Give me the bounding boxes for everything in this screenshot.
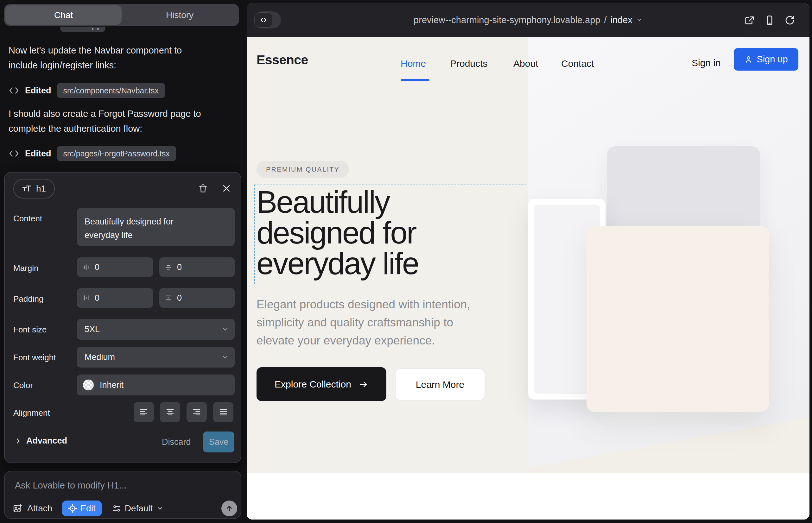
align-right-button[interactable] <box>187 402 207 422</box>
margin-x-input[interactable]: 0 <box>77 257 153 277</box>
prompt-input[interactable]: Ask Lovable to modify H1... <box>15 480 127 491</box>
element-editor-panel: h1 Content Beautifully designed for ever… <box>4 172 241 463</box>
preview-url: preview--charming-site-symphony.lovable.… <box>413 15 600 25</box>
chevron-down-icon <box>636 17 642 23</box>
arrow-right-icon <box>359 380 368 389</box>
user-icon <box>744 55 753 64</box>
truncated-chip <box>60 26 105 32</box>
code-preview-toggle[interactable] <box>254 12 281 29</box>
delete-element-button[interactable] <box>196 181 210 195</box>
mobile-view-icon[interactable] <box>764 15 775 26</box>
preview-topbar: preview--charming-site-symphony.lovable.… <box>247 3 810 37</box>
content-input[interactable]: Beautifully designed for everyday life <box>77 208 235 246</box>
align-center-button[interactable] <box>160 402 180 422</box>
font-size-select[interactable]: 5XL <box>77 319 235 340</box>
padding-vertical-icon <box>165 294 172 301</box>
advanced-toggle[interactable]: Advanced <box>14 436 67 446</box>
send-button[interactable] <box>222 501 237 516</box>
edited-file-row: Edited src/components/Navbar.tsx <box>8 83 165 98</box>
refresh-icon[interactable] <box>784 15 796 26</box>
arrow-up-icon <box>225 504 233 512</box>
chat-message: Now let's update the Navbar component to… <box>8 43 207 73</box>
color-select[interactable]: Inherit <box>77 375 235 395</box>
code-icon <box>8 148 19 159</box>
prompt-composer[interactable]: Ask Lovable to modify H1... Attach Edit … <box>4 471 241 519</box>
open-external-icon[interactable] <box>744 15 755 26</box>
chat-message: I should also create a Forgot Password p… <box>8 106 207 136</box>
nav-products[interactable]: Products <box>450 58 488 69</box>
learn-more-button[interactable]: Learn More <box>395 368 485 400</box>
margin-vertical-icon <box>165 264 172 271</box>
site-logo[interactable]: Essence <box>257 53 308 68</box>
hero-description: Elegant products designed with intention… <box>257 295 488 349</box>
edited-file-row: Edited src/pages/ForgotPassword.tsx <box>8 146 176 161</box>
discard-button[interactable]: Discard <box>162 437 191 447</box>
sign-in-link[interactable]: Sign in <box>692 58 721 68</box>
hero-headline[interactable]: Beautifully designed for everyday life <box>257 187 513 279</box>
site-canvas: Essence Home Products About Contact Sign… <box>247 37 810 520</box>
chevron-down-icon <box>222 353 229 361</box>
file-chip[interactable]: src/components/Navbar.tsx <box>57 83 165 98</box>
explore-collection-button[interactable]: Explore Collection <box>257 367 386 401</box>
edit-mode-button[interactable]: Edit <box>62 501 102 516</box>
nav-about[interactable]: About <box>513 58 538 69</box>
nav-contact[interactable]: Contact <box>561 58 594 69</box>
code-icon <box>8 85 19 96</box>
active-nav-underline <box>401 79 429 81</box>
margin-horizontal-icon <box>83 264 90 271</box>
save-button[interactable]: Save <box>203 432 234 452</box>
content-label: Content <box>13 214 42 223</box>
color-label: Color <box>13 381 33 390</box>
url-separator: / <box>604 15 606 25</box>
padding-y-input[interactable]: 0 <box>159 288 235 308</box>
tab-chat[interactable]: Chat <box>5 5 122 25</box>
model-default-button[interactable]: Default <box>112 503 164 513</box>
font-size-label: Font size <box>13 325 47 335</box>
margin-y-input[interactable]: 0 <box>159 257 235 277</box>
padding-horizontal-icon <box>83 294 90 301</box>
color-swatch <box>83 379 94 391</box>
type-icon <box>22 184 32 193</box>
font-weight-label: Font weight <box>13 353 56 362</box>
align-justify-button[interactable] <box>213 402 233 422</box>
alignment-label: Alignment <box>13 408 50 418</box>
sliders-icon <box>112 504 121 513</box>
edited-label: Edited <box>25 149 51 159</box>
code-icon <box>254 12 272 28</box>
selected-element-badge[interactable]: h1 <box>13 179 55 198</box>
tab-history[interactable]: History <box>122 5 238 25</box>
edited-label: Edited <box>25 86 51 96</box>
chat-history-tabs: Chat History <box>4 4 239 26</box>
lovable-app: Chat History Now let's update the Navbar… <box>0 0 812 523</box>
align-left-button[interactable] <box>134 402 154 422</box>
chevron-down-icon <box>156 505 163 512</box>
preview-pane: preview--charming-site-symphony.lovable.… <box>247 3 810 520</box>
font-weight-select[interactable]: Medium <box>77 347 235 367</box>
below-hero-section <box>247 473 810 520</box>
attach-button[interactable]: Attach <box>13 503 52 513</box>
preview-url-dropdown[interactable]: preview--charming-site-symphony.lovable.… <box>247 3 810 37</box>
target-icon <box>68 504 77 513</box>
element-tag: h1 <box>36 184 46 194</box>
hero-card-cream <box>586 226 769 412</box>
nav-home[interactable]: Home <box>401 58 426 69</box>
close-icon[interactable] <box>219 181 233 195</box>
preview-page: index <box>611 15 632 25</box>
composer-toolbar: Attach Edit Default <box>13 501 163 516</box>
padding-label: Padding <box>13 294 43 304</box>
sign-up-button[interactable]: Sign up <box>734 48 798 71</box>
chevron-right-icon <box>14 437 22 445</box>
file-chip[interactable]: src/pages/ForgotPassword.tsx <box>57 146 176 161</box>
margin-label: Margin <box>13 264 38 273</box>
chevron-down-icon <box>222 325 229 333</box>
image-plus-icon <box>13 503 23 513</box>
premium-quality-badge: PREMIUM QUALITY <box>257 161 349 178</box>
padding-x-input[interactable]: 0 <box>77 288 153 308</box>
